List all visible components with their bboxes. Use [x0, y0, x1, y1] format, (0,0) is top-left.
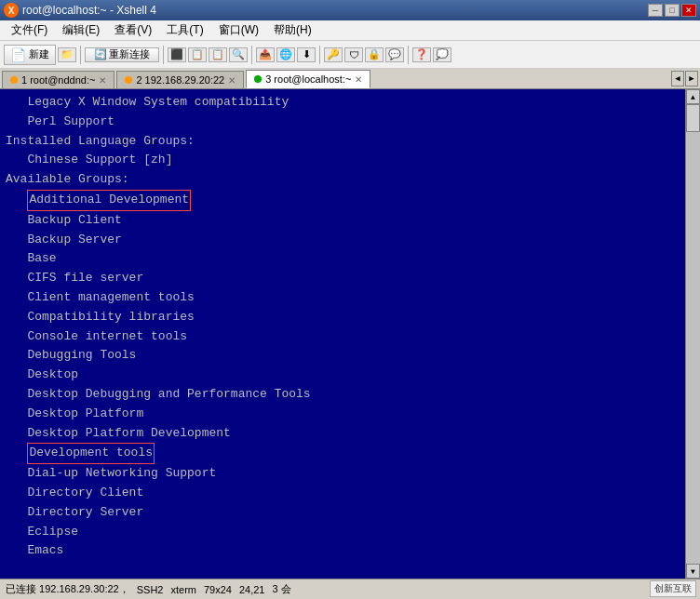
toolbar-icon-5[interactable]: 📤: [256, 47, 275, 62]
minimize-button[interactable]: ─: [648, 4, 663, 17]
terminal-line: Perl Support: [6, 113, 680, 132]
terminal-line: CIFS file server: [6, 269, 680, 288]
terminal-wrapper: Legacy X Window System compatibility Per…: [0, 89, 700, 579]
terminal-line: Desktop Platform Development: [6, 424, 680, 444]
terminal-line: Development tools: [6, 443, 680, 464]
scroll-thumb[interactable]: [686, 104, 700, 132]
menu-window[interactable]: 窗口(W): [211, 20, 266, 40]
reconnect-icon[interactable]: 🔄 重新连接: [85, 47, 159, 62]
terminal-line: Installed Language Groups:: [6, 132, 680, 152]
tabs-arrows: ◀ ▶: [671, 71, 698, 88]
position-text: 24,21: [239, 584, 265, 595]
toolbar-separator-1: [80, 46, 81, 64]
term-text: xterm: [170, 584, 196, 595]
tab-3-label: 3 root@localhost:~: [265, 73, 351, 85]
title-bar-left: X root@localhost:~ - Xshell 4: [4, 3, 156, 18]
tab-scroll-left[interactable]: ◀: [671, 71, 684, 87]
terminal-line: Additional Development: [6, 190, 680, 211]
new-label: 新建: [29, 47, 49, 61]
close-button[interactable]: ✕: [681, 4, 696, 17]
size-text: 79x24: [204, 584, 232, 595]
terminal-line: Backup Server: [6, 231, 680, 250]
terminal-line: Desktop Platform: [6, 405, 680, 424]
tabs-bar: 1 root@nddnd:~ ✕ 2 192.168.29.20:22 ✕ 3 …: [0, 69, 700, 89]
tab-3-dot: [254, 75, 262, 83]
terminal-line: Legacy X Window System compatibility: [6, 93, 680, 113]
scroll-track: [686, 104, 700, 564]
toolbar-icon-7[interactable]: ⬇: [297, 47, 316, 62]
scrollbar[interactable]: ▲ ▼: [685, 89, 700, 579]
terminal-line: Chinese Support [zh]: [6, 151, 680, 170]
tab-2[interactable]: 2 192.168.29.20:22 ✕: [116, 71, 244, 88]
terminal-line: Directory Server: [6, 503, 680, 523]
scroll-up-button[interactable]: ▲: [686, 89, 700, 104]
toolbar-separator-2: [163, 46, 164, 64]
app-icon: X: [4, 3, 19, 18]
terminal-line: Desktop Debugging and Performance Tools: [6, 385, 680, 405]
toolbar-icon-4[interactable]: 🔍: [229, 47, 248, 62]
highlighted-line: Development tools: [27, 443, 155, 464]
branding-logo: 创新互联: [650, 580, 696, 597]
terminal-line: Base: [6, 249, 680, 269]
toolbar: 📄 新建 📁 🔄 重新连接 ⬛ 📋 📋 🔍 📤 🌐 ⬇ 🔑 🛡 🔒 💬 ❓ 💭: [0, 41, 700, 69]
terminal-line: Compatibility libraries: [6, 308, 680, 327]
reconnect-icon-symbol: 🔄: [94, 48, 107, 60]
toolbar-icon-3[interactable]: 📋: [209, 47, 227, 62]
window-title: root@localhost:~ - Xshell 4: [22, 4, 156, 17]
chat-icon[interactable]: 💭: [433, 47, 451, 62]
terminal-line: Desktop: [6, 366, 680, 385]
new-button[interactable]: 📄 新建: [4, 45, 56, 65]
toolbar-icon-1[interactable]: ⬛: [168, 47, 186, 62]
tab-3[interactable]: 3 root@localhost:~ ✕: [246, 70, 370, 88]
terminal-line: Available Groups:: [6, 170, 680, 190]
status-connection: 已连接 192.168.29.30:22，: [6, 582, 129, 596]
tab-1-close[interactable]: ✕: [99, 75, 106, 86]
tab-1-label: 1 root@nddnd:~: [21, 74, 95, 86]
menu-view[interactable]: 查看(V): [107, 20, 159, 40]
menu-help[interactable]: 帮助(H): [266, 20, 319, 40]
menu-file[interactable]: 文件(F): [4, 20, 55, 40]
terminal-line: Directory Client: [6, 484, 680, 503]
tab-1[interactable]: 1 root@nddnd:~ ✕: [2, 71, 114, 88]
window-controls[interactable]: ─ □ ✕: [648, 4, 696, 17]
terminal[interactable]: Legacy X Window System compatibility Per…: [0, 89, 685, 579]
help-icon[interactable]: ❓: [412, 47, 431, 62]
toolbar-separator-4: [319, 46, 320, 64]
toolbar-icon-2[interactable]: 📋: [188, 47, 207, 62]
scroll-down-button[interactable]: ▼: [686, 564, 700, 579]
maximize-button[interactable]: □: [665, 4, 680, 17]
terminal-line: Emacs: [6, 541, 680, 561]
status-term: xterm: [170, 584, 196, 595]
tab-2-dot: [125, 76, 132, 84]
sessions-text: 3 会: [272, 582, 290, 596]
terminal-line: Dial-up Networking Support: [6, 464, 680, 484]
menu-edit[interactable]: 编辑(E): [55, 20, 107, 40]
terminal-line: Eclipse: [6, 523, 680, 542]
status-bar: 已连接 192.168.29.30:22， SSH2 xterm 79x24 2…: [0, 579, 700, 599]
connection-text: 已连接 192.168.29.30:22，: [6, 582, 129, 596]
toolbar-icon-10[interactable]: 🔒: [365, 47, 384, 62]
tab-scroll-right[interactable]: ▶: [685, 71, 698, 87]
logo-text: 创新互联: [654, 583, 692, 593]
terminal-line: Backup Client: [6, 211, 680, 231]
menu-tools[interactable]: 工具(T): [159, 20, 210, 40]
tab-2-label: 2 192.168.29.20:22: [136, 74, 224, 86]
title-bar: X root@localhost:~ - Xshell 4 ─ □ ✕: [0, 0, 700, 20]
toolbar-separator-3: [251, 46, 252, 64]
toolbar-icon-6[interactable]: 🌐: [276, 47, 295, 62]
folder-icon[interactable]: 📁: [58, 47, 76, 62]
terminal-line: Console internet tools: [6, 327, 680, 347]
status-sessions: 3 会: [272, 582, 290, 596]
toolbar-icon-11[interactable]: 💬: [385, 47, 404, 62]
toolbar-separator-5: [408, 46, 409, 64]
new-icon: 📄: [10, 47, 26, 62]
menu-bar: 文件(F) 编辑(E) 查看(V) 工具(T) 窗口(W) 帮助(H): [0, 20, 700, 41]
tab-3-close[interactable]: ✕: [355, 74, 362, 85]
protocol-text: SSH2: [137, 584, 164, 595]
status-size: 79x24: [204, 584, 232, 595]
tab-2-close[interactable]: ✕: [228, 75, 236, 86]
reconnect-label: 重新连接: [109, 47, 150, 61]
toolbar-icon-9[interactable]: 🛡: [344, 47, 363, 62]
status-position: 24,21: [239, 584, 265, 595]
toolbar-icon-8[interactable]: 🔑: [324, 47, 343, 62]
